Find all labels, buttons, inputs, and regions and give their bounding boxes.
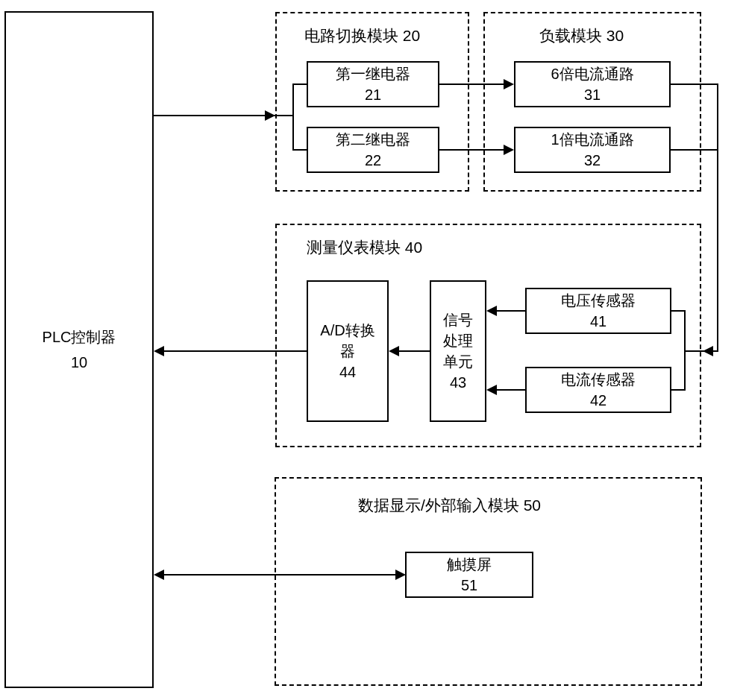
signal-unit-id: 43 [450,372,466,393]
path-1x-id: 32 [584,150,601,171]
arrow-41-43 [486,306,497,316]
path-6x-label: 6倍电流通路 [551,63,633,84]
touchscreen-box: 触摸屏 51 [405,552,533,598]
conn-30-right-v [717,83,718,151]
signal-unit-l2: 处理 [443,330,473,351]
path-6x-box: 6倍电流通路 31 [514,61,671,107]
plc-label: PLC控制器 [43,327,116,347]
touchscreen-label: 触摸屏 [447,554,492,575]
conn-42-43 [495,389,525,391]
arrow-43-44 [389,346,399,356]
current-sensor-box: 电流传感器 42 [525,367,671,413]
arrow-44-plc [154,346,164,356]
voltage-sensor-label: 电压传感器 [561,290,636,311]
arrow-51-plc [154,570,164,580]
conn-31-out [671,83,718,85]
signal-unit-box: 信号 处理 单元 43 [430,280,486,422]
module-30-title: 负载模块 30 [539,25,624,46]
module-20-title: 电路切换模块 20 [304,25,420,46]
relay-1-label: 第一继电器 [336,63,410,84]
conn-40-in-v [684,310,686,391]
module-50-title: 数据显示/外部输入模块 50 [358,495,541,516]
ad-converter-l2: 器 [340,341,355,362]
conn-plc-51 [163,574,397,576]
relay-2-id: 22 [365,150,381,171]
conn-44-plc [163,350,307,352]
arrow-21-31 [504,79,514,89]
conn-21-31 [439,83,507,85]
signal-unit-l1: 信号 [443,309,473,330]
path-6x-id: 31 [584,84,601,105]
path-1x-label: 1倍电流通路 [551,129,633,150]
plc-controller-box: PLC控制器 10 [4,11,154,688]
conn-to-21 [292,83,307,85]
conn-to-22 [292,149,307,151]
arrow-42-43 [486,385,497,395]
touchscreen-id: 51 [461,575,477,596]
ad-converter-box: A/D转换 器 44 [307,280,389,422]
signal-unit-l3: 单元 [443,351,473,372]
arrow-plc-to-20 [265,110,275,121]
module-40-title: 测量仪表模块 40 [307,237,422,258]
conn-to-41 [671,310,686,312]
ad-converter-l1: A/D转换 [320,320,374,341]
current-sensor-id: 42 [590,390,606,411]
voltage-sensor-box: 电压传感器 41 [525,288,671,334]
conn-43-44 [398,350,430,352]
ad-converter-id: 44 [339,362,356,382]
conn-22-32 [439,149,507,151]
conn-40-in-h [684,350,718,352]
voltage-sensor-id: 41 [590,311,606,332]
relay-2-box: 第二继电器 22 [307,127,439,173]
relay-2-label: 第二继电器 [336,129,410,150]
current-sensor-label: 电流传感器 [561,369,636,390]
relay-1-id: 21 [365,84,381,105]
path-1x-box: 1倍电流通路 32 [514,127,671,173]
arrow-plc-51 [395,570,406,580]
conn-30-to-40-v [717,149,718,352]
arrow-22-32 [504,145,514,155]
relay-1-box: 第一继电器 21 [307,61,439,107]
conn-32-out [671,149,718,151]
plc-id: 10 [71,352,87,373]
conn-plc-to-20-v [292,83,294,151]
conn-41-43 [495,310,525,312]
arrow-into-40 [703,346,713,356]
conn-to-42 [671,389,686,391]
